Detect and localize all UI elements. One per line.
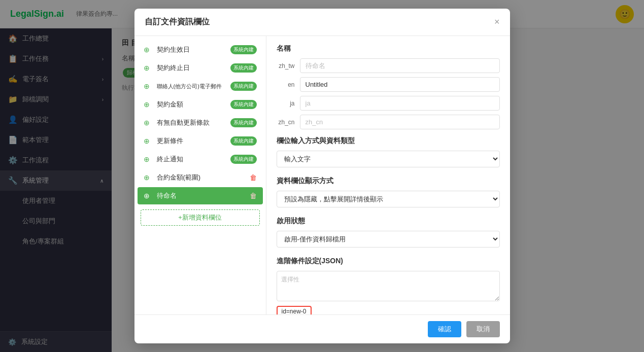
field-name-7: 合約金額(範圍)	[157, 173, 246, 182]
field-name-0: 契約生效日	[157, 45, 226, 54]
name-input-zhcn[interactable]	[300, 115, 500, 129]
drag-handle-icon-7: ⊕	[144, 173, 153, 182]
field-row-5[interactable]: ⊕ 更新條件 系統內建	[138, 132, 263, 150]
drag-handle-icon-3: ⊕	[144, 100, 153, 109]
display-select[interactable]: 預設為隱藏，點擊展開詳情後顯示 永遠顯示 隱藏	[277, 191, 500, 207]
delete-icon-8[interactable]: 🗑	[250, 192, 257, 200]
field-tag-3: 系統內建	[230, 100, 257, 109]
modal: 自訂文件資訊欄位 × ⊕ 契約生效日 系統內建 ⊕ 契約終止日 系統內建	[134, 9, 510, 343]
field-tag-2: 系統內建	[230, 82, 257, 91]
field-form-panel: 名稱 zh_tw en ja zh_cn	[266, 36, 510, 314]
drag-handle-icon-1: ⊕	[144, 64, 153, 72]
drag-handle-icon-2: ⊕	[144, 82, 153, 90]
field-type-select[interactable]: 輸入文字 從選項中選擇 數字	[277, 151, 500, 167]
field-tag-5: 系統內建	[230, 136, 257, 146]
field-name-3: 契約金額	[157, 100, 226, 109]
json-textarea[interactable]	[277, 271, 500, 301]
modal-body: ⊕ 契約生效日 系統內建 ⊕ 契約終止日 系統內建 ⊕ 聯絡人(他方公司)電子郵…	[134, 36, 510, 314]
name-input-zhtw[interactable]	[300, 58, 500, 73]
id-badge: id=new-0	[277, 306, 312, 314]
name-row-zhtw: zh_tw	[277, 58, 500, 73]
field-tag-6: 系統內建	[230, 155, 257, 164]
field-tag-0: 系統內建	[230, 45, 257, 54]
lang-ja: ja	[277, 100, 295, 107]
field-list-panel: ⊕ 契約生效日 系統內建 ⊕ 契約終止日 系統內建 ⊕ 聯絡人(他方公司)電子郵…	[134, 36, 266, 314]
field-row-7[interactable]: ⊕ 合約金額(範圍) 🗑	[138, 169, 263, 186]
confirm-button[interactable]: 確認	[428, 321, 461, 337]
lang-zhtw: zh_tw	[277, 62, 295, 69]
name-row-ja: ja	[277, 96, 500, 111]
modal-footer: 確認 取消	[134, 314, 510, 343]
modal-title: 自訂文件資訊欄位	[145, 17, 210, 27]
drag-handle-icon-6: ⊕	[144, 155, 153, 163]
name-input-ja[interactable]	[300, 96, 500, 111]
field-row-2[interactable]: ⊕ 聯絡人(他方公司)電子郵件 系統內建	[138, 78, 263, 95]
field-row-4[interactable]: ⊕ 有無自動更新條款 系統內建	[138, 114, 263, 131]
display-label: 資料欄位顯示方式	[277, 177, 500, 186]
field-row-0[interactable]: ⊕ 契約生效日 系統內建	[138, 41, 263, 58]
name-row-zhcn: zh_cn	[277, 115, 500, 129]
modal-header: 自訂文件資訊欄位 ×	[134, 9, 510, 36]
modal-overlay: 自訂文件資訊欄位 × ⊕ 契約生效日 系統內建 ⊕ 契約終止日 系統內建	[0, 0, 644, 352]
field-name-5: 更新條件	[157, 136, 226, 146]
lang-en: en	[277, 81, 295, 88]
field-row-6[interactable]: ⊕ 終止通知 系統內建	[138, 151, 263, 168]
status-select[interactable]: 啟用-僅作資料歸檔用 啟用 停用	[277, 231, 500, 248]
drag-handle-icon-8: ⊕	[144, 192, 153, 200]
modal-close-button[interactable]: ×	[494, 17, 500, 27]
field-row-1[interactable]: ⊕ 契約終止日 系統內建	[138, 59, 263, 77]
field-name-1: 契約終止日	[157, 63, 226, 73]
status-label: 啟用狀態	[277, 217, 500, 226]
field-name-8: 待命名	[157, 191, 246, 200]
drag-handle-icon: ⊕	[144, 46, 153, 54]
name-row-en: en	[277, 77, 500, 92]
add-field-button[interactable]: +新增資料欄位	[141, 209, 260, 226]
field-name-4: 有無自動更新條款	[157, 118, 226, 127]
json-label: 進階條件設定(JSON)	[277, 257, 500, 266]
drag-handle-icon-4: ⊕	[144, 119, 153, 127]
drag-handle-icon-5: ⊕	[144, 137, 153, 145]
name-section-label: 名稱	[277, 44, 500, 53]
cancel-button[interactable]: 取消	[466, 321, 500, 337]
field-row-3[interactable]: ⊕ 契約金額 系統內建	[138, 96, 263, 113]
field-tag-4: 系統內建	[230, 118, 257, 127]
name-input-en[interactable]	[300, 77, 500, 92]
field-name-6: 終止通知	[157, 155, 226, 164]
field-name-2: 聯絡人(他方公司)電子郵件	[157, 83, 226, 90]
delete-icon-7[interactable]: 🗑	[250, 173, 257, 182]
field-tag-1: 系統內建	[230, 63, 257, 73]
lang-zhcn: zh_cn	[277, 119, 295, 126]
field-type-label: 欄位輸入方式與資料類型	[277, 136, 500, 146]
field-row-8[interactable]: ⊕ 待命名 🗑	[138, 187, 263, 204]
app-wrapper: LegalSign.ai 律果簽合約專... 🙂 🏠 工作總覽 📋 工作任務 ›…	[0, 0, 644, 352]
